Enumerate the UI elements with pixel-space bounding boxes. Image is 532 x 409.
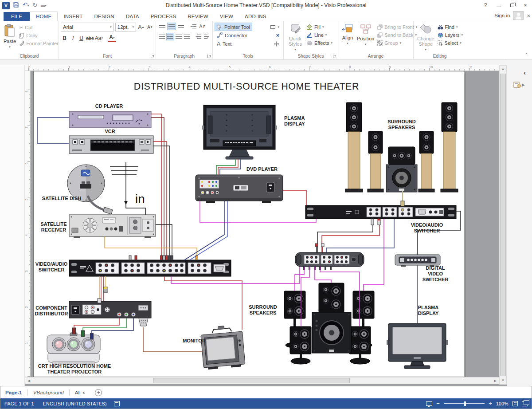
avatar[interactable] — [513, 11, 524, 20]
status-page-count[interactable]: PAGE 1 OF 1 — [0, 401, 39, 406]
label-cd-player[interactable]: CD PLAYER — [95, 103, 123, 109]
status-language[interactable]: ENGLISH (UNITED STATES) — [39, 401, 111, 406]
tab-home[interactable]: HOME — [30, 12, 58, 21]
page-tab-background[interactable]: VBackground — [28, 390, 69, 395]
label-dvd-player[interactable]: DVD PLAYER — [246, 166, 278, 172]
fit-page-icon[interactable] — [512, 401, 518, 406]
va-switcher-left-shape[interactable] — [69, 260, 231, 276]
tab-file[interactable]: FILE — [4, 12, 30, 21]
zoom-in-button[interactable]: + — [489, 401, 492, 406]
monitor-shape[interactable] — [200, 324, 245, 370]
label-surround-bottom[interactable]: SURROUND SPEAKERS — [249, 304, 277, 316]
new-page-button[interactable]: + — [95, 389, 102, 396]
connection-point-tool-button[interactable]: × — [274, 31, 282, 39]
restore-button[interactable] — [505, 0, 519, 10]
paste-button[interactable]: Paste▾ — [2, 23, 18, 51]
justify-button[interactable] — [183, 33, 191, 40]
copy-button[interactable]: Copy — [18, 31, 60, 39]
font-color-button[interactable]: A▾ — [108, 34, 116, 42]
scroll-up-arrow[interactable]: ▲ — [500, 66, 506, 73]
av-receiver-shape[interactable] — [295, 252, 364, 270]
align-middle-button[interactable] — [167, 23, 176, 30]
text-direction-button[interactable]: A↱ — [198, 23, 207, 30]
align-button[interactable]: Align▾ — [340, 23, 355, 47]
minimize-button[interactable] — [492, 0, 505, 10]
label-satellite-receiver[interactable]: SATELLITE RECEIVER — [40, 221, 66, 233]
satellite-dish-shape[interactable] — [67, 165, 113, 214]
redo-button[interactable]: ↻ — [32, 2, 37, 8]
macro-record-icon[interactable] — [114, 401, 120, 406]
stencil-flyout-button[interactable]: ▶ — [513, 81, 525, 89]
group-button[interactable]: Group▾ — [376, 39, 419, 47]
dvd-player-shape[interactable] — [196, 175, 283, 203]
tab-process[interactable]: PROCESS — [145, 12, 182, 21]
font-family-combo[interactable]: Arial▾ — [61, 23, 114, 31]
label-antenna-in[interactable]: in — [135, 193, 145, 205]
label-va-switcher-right[interactable]: VIDEO/AUDIO SWITCHER — [411, 222, 443, 234]
change-case-button[interactable]: Aa▾ — [95, 34, 103, 42]
horizontal-scroll-thumb[interactable] — [153, 378, 350, 383]
tab-data[interactable]: DATA — [120, 12, 145, 21]
scroll-down-arrow[interactable]: ▼ — [500, 377, 506, 384]
help-button[interactable]: ? — [479, 0, 492, 10]
label-satellite-dish[interactable]: SATELLITE DISH — [42, 196, 81, 201]
tab-review[interactable]: REVIEW — [182, 12, 214, 21]
zoom-out-button[interactable]: − — [436, 401, 440, 406]
undo-button[interactable]: ↶▾ — [23, 2, 29, 9]
all-pages-button[interactable]: All▲ — [70, 390, 91, 395]
satellite-receiver-shape[interactable] — [69, 215, 156, 238]
zoom-slider[interactable] — [444, 403, 485, 404]
tab-addins[interactable]: ADD-INS — [239, 12, 272, 21]
increase-indent-button[interactable]: ▸ — [203, 33, 211, 40]
h-ruler[interactable]: 01234567891011 — [25, 65, 499, 71]
tab-view[interactable]: VIEW — [214, 12, 239, 21]
vertical-scroll-thumb[interactable] — [500, 74, 506, 376]
plasma-display-top-shape[interactable] — [202, 105, 277, 159]
font-size-combo[interactable]: 12pt.▾ — [115, 23, 136, 31]
line-button[interactable]: Line▾ — [305, 31, 334, 39]
switch-windows-icon[interactable] — [522, 401, 528, 406]
italic-button[interactable]: I — [69, 34, 77, 42]
align-top-button[interactable] — [158, 23, 167, 30]
label-component-distributor[interactable]: COMPONENT DISTRIBUTOR — [35, 305, 68, 317]
sign-in-link[interactable]: Sign in — [494, 13, 510, 18]
plasma-display-bottom-shape[interactable] — [387, 323, 448, 369]
visio-app-icon[interactable]: V — [2, 2, 10, 9]
horizontal-scrollbar[interactable]: ◀ ▶ — [25, 377, 499, 384]
format-painter-button[interactable]: Format Painter — [18, 39, 60, 47]
shrink-font-button[interactable]: A▼ — [146, 23, 154, 31]
position-button[interactable]: Position▾ — [355, 23, 376, 48]
va-switcher-right-shape[interactable] — [305, 205, 456, 219]
tab-design[interactable]: DESIGN — [89, 12, 120, 21]
presentation-mode-icon[interactable] — [426, 401, 432, 406]
tab-insert[interactable]: INSERT — [58, 12, 88, 21]
vertical-scrollbar[interactable]: ▲ ▼ — [499, 65, 507, 385]
layers-button[interactable]: Layers▾ — [436, 31, 465, 39]
surround-speakers-bottom-shape[interactable] — [284, 283, 374, 364]
find-button[interactable]: Find▾ — [436, 23, 465, 31]
collapse-ribbon-button[interactable]: ⌃ — [525, 52, 528, 57]
label-plasma-top[interactable]: PLASMA DISPLAY — [284, 115, 305, 127]
expand-panel-chevron[interactable]: ‹ — [524, 69, 526, 76]
antenna-shape[interactable] — [110, 162, 138, 205]
customize-qat-button[interactable]: ▬▾ — [41, 2, 47, 9]
zoom-level[interactable]: 100% — [496, 401, 509, 406]
rectangle-tool-button[interactable]: ▾ — [268, 23, 282, 31]
label-monitor[interactable]: MONITOR — [183, 338, 206, 344]
decrease-indent-button[interactable]: ◂ — [194, 33, 202, 40]
bring-to-front-button[interactable]: Bring to Front▾ — [376, 23, 419, 31]
connector-tool-button[interactable]: Connector — [215, 31, 250, 39]
diagram-title[interactable]: DISTRIBUTED MULTI-SOURCE HOME THEATER — [134, 81, 359, 92]
align-right-button[interactable] — [175, 33, 183, 40]
label-crt-projector[interactable]: CRT HIGH RESOLUTION HOME THEATER PROJECT… — [38, 363, 111, 375]
page[interactable]: DISTRIBUTED MULTI-SOURCE HOME THEATER CD… — [33, 71, 464, 377]
cut-button[interactable]: ✂Cut — [18, 24, 60, 31]
label-digital-video-switcher[interactable]: DIGITAL VIDEO SWITCHER — [421, 265, 450, 283]
quick-styles-button[interactable]: Quick Styles▾ — [286, 23, 305, 54]
label-plasma-bottom[interactable]: PLASMA DISPLAY — [418, 305, 439, 316]
align-center-button[interactable] — [166, 33, 174, 40]
zoom-slider-thumb[interactable] — [464, 401, 466, 406]
align-left-button[interactable] — [158, 33, 166, 40]
component-distributor-shape[interactable] — [69, 301, 151, 326]
effects-button[interactable]: Effects▾ — [305, 39, 334, 47]
